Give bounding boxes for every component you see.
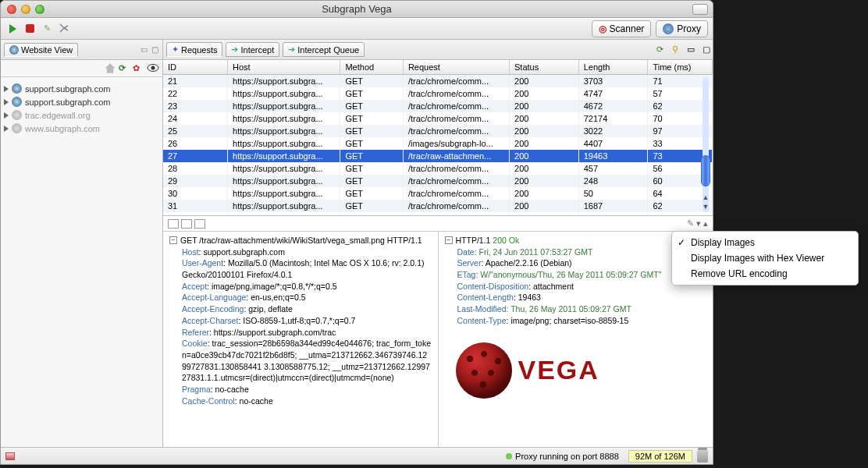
cell-id: 31 bbox=[163, 200, 228, 212]
request-detail[interactable]: −GET /trac/raw-attachment/wiki/WikiStart… bbox=[163, 232, 438, 447]
chevron-up-icon[interactable]: ▴ bbox=[703, 218, 708, 229]
cell-id: 32 bbox=[163, 212, 228, 216]
tab-intercept[interactable]: ➔Intercept bbox=[226, 42, 279, 57]
cell-method: GET bbox=[340, 125, 403, 137]
eye-icon[interactable] bbox=[147, 63, 158, 74]
table-row[interactable]: 28https://support.subgra...GET/trac/chro… bbox=[163, 162, 713, 175]
menu-display-images[interactable]: Display Images bbox=[672, 235, 858, 250]
maximize-panel-icon[interactable]: ▢ bbox=[150, 45, 159, 55]
collapse-icon[interactable]: − bbox=[169, 236, 177, 244]
col-length[interactable]: Length bbox=[578, 60, 648, 75]
table-row[interactable]: 26https://support.subgra...GET/images/su… bbox=[163, 137, 713, 150]
cell-len: 164 bbox=[578, 212, 648, 216]
table-row[interactable]: 27https://support.subgra...GET/trac/raw-… bbox=[163, 150, 713, 162]
proxy-button[interactable]: Proxy bbox=[656, 20, 708, 37]
cell-id: 21 bbox=[163, 75, 228, 88]
context-menu: Display Images Display Images with Hex V… bbox=[671, 231, 859, 285]
cell-id: 28 bbox=[163, 162, 228, 175]
requests-table[interactable]: ID Host Method Request Status Length Tim… bbox=[163, 60, 713, 216]
filter-icon[interactable]: ⚲ bbox=[669, 44, 681, 56]
sidebar-host-item[interactable]: support.subgraph.com bbox=[4, 82, 159, 95]
stop-button[interactable] bbox=[23, 22, 37, 36]
tab-website-view[interactable]: Website View bbox=[4, 43, 78, 57]
cell-method: GET bbox=[340, 112, 403, 125]
svg-point-1 bbox=[151, 66, 155, 69]
arrow-right-icon: ➔ bbox=[231, 44, 238, 55]
scanner-label: Scanner bbox=[610, 23, 645, 34]
minimize-panel-icon[interactable]: ▭ bbox=[139, 45, 148, 55]
proxy-label: Proxy bbox=[677, 23, 701, 34]
col-request[interactable]: Request bbox=[403, 60, 509, 75]
table-row[interactable]: 23https://support.subgra...GET/trac/chro… bbox=[163, 100, 713, 112]
cell-status: 200 bbox=[510, 75, 579, 88]
tab-intercept-queue[interactable]: ➔Intercept Queue bbox=[283, 42, 365, 57]
sidebar-host-item[interactable]: www.subgraph.com bbox=[4, 122, 159, 135]
disclosure-triangle-icon[interactable] bbox=[4, 86, 9, 92]
play-button[interactable] bbox=[5, 22, 20, 36]
globe-icon bbox=[12, 110, 22, 120]
disclosure-triangle-icon[interactable] bbox=[4, 126, 9, 132]
titlebar[interactable]: Subgraph Vega bbox=[1, 1, 713, 18]
table-row[interactable]: 24https://support.subgra...GET/trac/chro… bbox=[163, 112, 713, 125]
table-row[interactable]: 32https://support.subgra...GET/trac/chro… bbox=[163, 212, 713, 216]
collapse-icon[interactable]: − bbox=[445, 236, 453, 244]
maximize-panel-icon[interactable]: ▢ bbox=[700, 44, 713, 56]
refresh-icon[interactable]: ⟳ bbox=[653, 44, 666, 56]
layout-split-v-button[interactable] bbox=[194, 219, 205, 229]
col-time[interactable]: Time (ms) bbox=[648, 60, 713, 75]
sidebar-host-item[interactable]: trac.edgewall.org bbox=[4, 108, 159, 122]
table-row[interactable]: 30https://support.subgra...GET/trac/chro… bbox=[163, 187, 713, 200]
cell-id: 25 bbox=[163, 125, 228, 137]
target-icon: ◎ bbox=[599, 23, 607, 34]
branch-button[interactable] bbox=[57, 22, 71, 36]
minimize-panel-icon[interactable]: ▭ bbox=[685, 44, 697, 56]
globe-icon bbox=[663, 23, 674, 34]
col-method[interactable]: Method bbox=[340, 60, 403, 75]
layout-split-h-button[interactable] bbox=[181, 219, 192, 229]
sidebar-host-item[interactable]: support.subgraph.com bbox=[4, 95, 159, 108]
table-row[interactable]: 22https://support.subgra...GET/trac/chro… bbox=[163, 87, 713, 100]
trash-icon[interactable] bbox=[697, 450, 708, 463]
menu-display-images-hex[interactable]: Display Images with Hex Viewer bbox=[672, 250, 858, 266]
cell-req: /trac/chrome/comm... bbox=[403, 125, 509, 137]
layout-single-button[interactable] bbox=[168, 219, 179, 229]
edit-button[interactable]: ✎ bbox=[40, 22, 54, 36]
home-icon[interactable] bbox=[105, 63, 116, 74]
status-swatch-icon[interactable] bbox=[5, 452, 15, 460]
tab-requests[interactable]: ✦Requests bbox=[166, 42, 222, 57]
cell-status: 200 bbox=[510, 137, 579, 150]
scroll-up-icon[interactable]: ▲ bbox=[702, 193, 710, 201]
stop-icon bbox=[26, 24, 34, 33]
disclosure-triangle-icon[interactable] bbox=[4, 112, 9, 119]
cell-req: /trac/chrome/comm... bbox=[403, 112, 509, 125]
cell-req: /trac/chrome/comm... bbox=[403, 200, 509, 212]
scroll-down-icon[interactable]: ▼ bbox=[702, 203, 710, 211]
table-row[interactable]: 29https://support.subgra...GET/trac/chro… bbox=[163, 175, 713, 187]
table-scrollbar[interactable]: ▲ ▼ bbox=[700, 77, 711, 212]
detail-panes: −GET /trac/raw-attachment/wiki/WikiStart… bbox=[163, 232, 713, 447]
gear-icon[interactable]: ✿ bbox=[133, 63, 144, 74]
cell-host: https://support.subgra... bbox=[228, 112, 340, 125]
cell-status: 200 bbox=[510, 175, 579, 187]
col-host[interactable]: Host bbox=[228, 60, 340, 75]
cell-method: GET bbox=[340, 100, 403, 112]
pencil-icon: ✎ bbox=[44, 23, 51, 34]
cell-id: 24 bbox=[163, 112, 228, 125]
disclosure-triangle-icon[interactable] bbox=[4, 99, 9, 105]
table-row[interactable]: 31https://support.subgra...GET/trac/chro… bbox=[163, 200, 713, 212]
menu-remove-url-encoding[interactable]: Remove URL encoding bbox=[672, 266, 858, 282]
host-tree[interactable]: support.subgraph.comsupport.subgraph.com… bbox=[1, 77, 162, 447]
cell-len: 19463 bbox=[578, 150, 648, 162]
window-pill-button[interactable] bbox=[692, 4, 708, 15]
table-row[interactable]: 25https://support.subgra...GET/trac/chro… bbox=[163, 125, 713, 137]
refresh-icon[interactable]: ⟳ bbox=[119, 63, 130, 74]
cell-status: 200 bbox=[510, 200, 579, 212]
cell-len: 1687 bbox=[578, 200, 648, 212]
edit-icon[interactable]: ✎ bbox=[687, 218, 694, 229]
table-row[interactable]: 21https://support.subgra...GET/trac/chro… bbox=[163, 75, 713, 88]
chevron-down-icon[interactable]: ▾ bbox=[696, 218, 701, 229]
col-status[interactable]: Status bbox=[510, 60, 579, 75]
app-window: Subgraph Vega ✎ ◎Scanner Proxy Website V… bbox=[0, 0, 713, 465]
scanner-button[interactable]: ◎Scanner bbox=[592, 20, 652, 37]
col-id[interactable]: ID bbox=[163, 60, 228, 75]
